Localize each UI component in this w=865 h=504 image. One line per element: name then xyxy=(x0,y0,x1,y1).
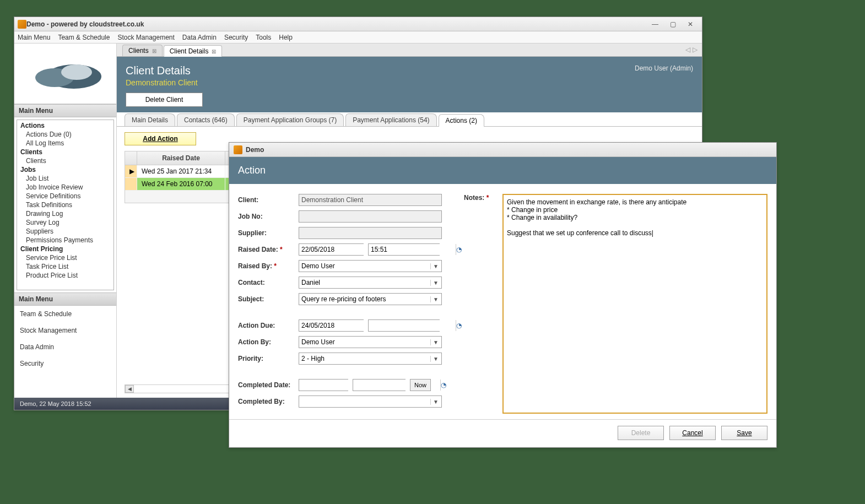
client-field xyxy=(299,194,442,206)
nav-data-admin[interactable]: Data Admin xyxy=(14,339,116,355)
jobno-label: Job No: xyxy=(238,213,299,220)
jobno-field xyxy=(299,210,442,223)
nav-tree[interactable]: ActionsActions Due (0)All Log ItemsClien… xyxy=(17,120,114,290)
row-indicator xyxy=(125,178,137,190)
raised-date-label: Raised Date: * xyxy=(238,246,299,253)
detail-tabs: Main DetailsContacts (646)Payment Applic… xyxy=(117,112,702,127)
subtab[interactable]: Contacts (646) xyxy=(177,113,235,126)
priority-label: Priority: xyxy=(238,355,299,362)
dialog-footer: Delete Cancel Save xyxy=(229,419,776,446)
subject-select[interactable]: Query re re-pricing of footers▼ xyxy=(299,293,442,305)
tab-close-icon[interactable]: ⊠ xyxy=(152,48,156,54)
raised-time-field[interactable]: ◔ xyxy=(368,243,440,256)
tree-item[interactable]: Product Price List xyxy=(17,271,113,280)
tree-category[interactable]: Clients xyxy=(17,148,113,156)
raised-by-label: Raised By: * xyxy=(238,262,299,270)
dialog-title: Demo xyxy=(246,146,264,154)
chevron-down-icon: ▼ xyxy=(430,339,439,345)
nav-stock[interactable]: Stock Management xyxy=(14,322,116,339)
tab-next-icon[interactable]: ▷ xyxy=(693,46,698,53)
doc-tabs: Clients⊠ Client Details⊠ ◁ ▷ xyxy=(117,44,702,57)
tree-item[interactable]: Drawing Log xyxy=(17,209,113,218)
tab-prev-icon[interactable]: ◁ xyxy=(685,46,690,53)
tree-item[interactable]: Job List xyxy=(17,174,113,183)
action-form: Client: Job No: Supplier: Raised Date: *… xyxy=(238,194,447,414)
tab-client-details[interactable]: Client Details⊠ xyxy=(164,45,223,57)
tree-category[interactable]: Jobs xyxy=(17,165,113,174)
supplier-field xyxy=(299,227,442,239)
chevron-down-icon: ▼ xyxy=(430,263,439,269)
subtab[interactable]: Payment Applications (54) xyxy=(345,113,436,126)
client-name: Demonstration Client xyxy=(126,78,198,87)
tree-item[interactable]: Service Price List xyxy=(17,253,113,262)
menu-bar: Main Menu Team & Schedule Stock Manageme… xyxy=(14,31,702,44)
menu-stock[interactable]: Stock Management xyxy=(117,34,174,41)
action-due-date-field[interactable]: ▼ xyxy=(299,319,364,332)
subject-label: Subject: xyxy=(238,295,299,303)
nav-section-main[interactable]: Main Menu xyxy=(14,292,116,306)
tree-category[interactable]: Actions xyxy=(17,121,113,130)
col-raised-date[interactable]: Raised Date xyxy=(137,151,225,165)
nav-team[interactable]: Team & Schedule xyxy=(14,306,116,322)
completed-by-select[interactable]: ▼ xyxy=(299,395,442,408)
sidebar: Main Menu ActionsActions Due (0)All Log … xyxy=(14,44,117,398)
notes-textarea[interactable] xyxy=(502,194,767,414)
subtab[interactable]: Actions (2) xyxy=(439,114,484,127)
tree-item[interactable]: Actions Due (0) xyxy=(17,130,113,139)
scroll-left-icon[interactable]: ◀ xyxy=(125,385,134,393)
tree-item[interactable]: Survey Log xyxy=(17,218,113,227)
action-by-select[interactable]: Demo User▼ xyxy=(299,336,442,348)
tree-category[interactable]: Client Pricing xyxy=(17,245,113,253)
tree-item[interactable]: Permissions Payments xyxy=(17,236,113,245)
tree-item[interactable]: Service Definitions xyxy=(17,192,113,200)
app-icon xyxy=(234,145,242,154)
menu-security[interactable]: Security xyxy=(224,34,248,41)
subtab[interactable]: Payment Application Groups (7) xyxy=(236,113,344,126)
tree-item[interactable]: Clients xyxy=(17,156,113,165)
menu-help[interactable]: Help xyxy=(279,34,293,41)
page-header: Client Details Demonstration Client Demo… xyxy=(117,57,702,112)
cell-raised-date: Wed 24 Feb 2016 07:00 xyxy=(137,178,225,190)
tab-close-icon[interactable]: ⊠ xyxy=(212,48,216,55)
tree-item[interactable]: All Log Items xyxy=(17,139,113,148)
chevron-down-icon: ▼ xyxy=(430,399,439,405)
cell-raised-date: Wed 25 Jan 2017 21:34 xyxy=(137,165,225,177)
close-icon[interactable]: ✕ xyxy=(684,20,696,29)
menu-tools[interactable]: Tools xyxy=(256,34,271,41)
notes-label: Notes: * xyxy=(464,194,497,414)
tree-item[interactable]: Job Invoice Review xyxy=(17,183,113,192)
action-due-time-field[interactable]: ◔ xyxy=(368,319,440,332)
menu-data-admin[interactable]: Data Admin xyxy=(182,34,217,41)
subtab[interactable]: Main Details xyxy=(125,113,175,126)
window-title: Demo - powered by cloudstreet.co.uk xyxy=(26,20,649,28)
cancel-button[interactable]: Cancel xyxy=(669,426,716,440)
tab-clients[interactable]: Clients⊠ xyxy=(122,45,163,56)
nav-security[interactable]: Security xyxy=(14,355,116,372)
contact-label: Contact: xyxy=(238,279,299,286)
contact-select[interactable]: Daniel▼ xyxy=(299,277,442,289)
raised-by-select[interactable]: Demo User▼ xyxy=(299,260,442,272)
completed-date-field[interactable]: ▼ xyxy=(299,379,348,391)
raised-date-field[interactable]: ▼ xyxy=(299,243,364,256)
completed-date-label: Completed Date: xyxy=(238,381,299,389)
dialog-title-bar: Demo xyxy=(229,143,776,157)
minimize-icon[interactable]: — xyxy=(649,20,661,29)
clock-icon: ◔ xyxy=(456,244,462,255)
now-button[interactable]: Now xyxy=(410,379,431,391)
tree-item[interactable]: Task Definitions xyxy=(17,200,113,209)
menu-main[interactable]: Main Menu xyxy=(18,34,50,41)
action-dialog: Demo Action Client: Job No: Supplier: Ra… xyxy=(229,142,777,448)
tree-item[interactable]: Suppliers xyxy=(17,227,113,236)
completed-by-label: Completed By: xyxy=(238,398,299,405)
tree-item[interactable]: Task Price List xyxy=(17,262,113,271)
delete-client-button[interactable]: Delete Client xyxy=(126,93,203,107)
app-icon xyxy=(18,20,26,29)
completed-time-field[interactable]: ◔ xyxy=(353,379,406,391)
priority-select[interactable]: 2 - High▼ xyxy=(299,353,442,365)
chevron-down-icon: ▼ xyxy=(430,296,439,302)
menu-team[interactable]: Team & Schedule xyxy=(58,34,110,41)
add-action-button[interactable]: Add Action xyxy=(125,132,196,145)
maximize-icon[interactable]: ▢ xyxy=(667,20,679,29)
save-button[interactable]: Save xyxy=(721,426,767,440)
supplier-label: Supplier: xyxy=(238,229,299,237)
